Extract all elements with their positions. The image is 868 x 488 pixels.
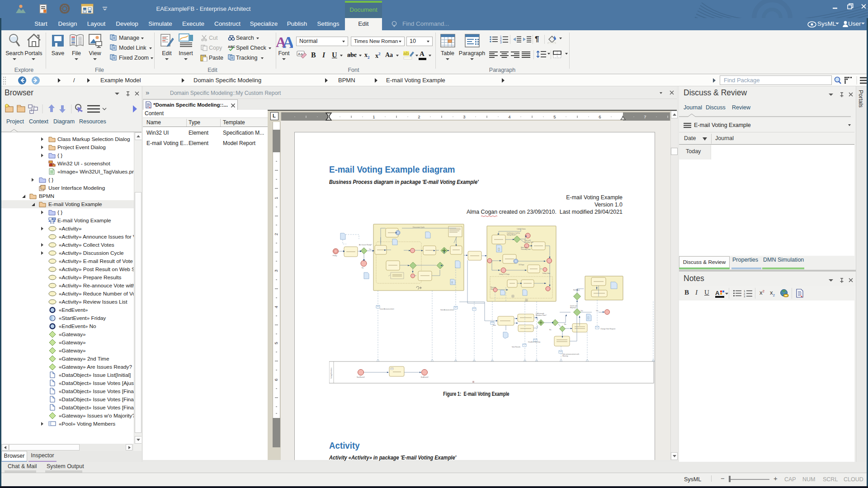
svg-text:Vote Announcement: Vote Announcement <box>440 309 454 311</box>
svg-text:3: 3 <box>500 41 502 43</box>
svg-text:No: No <box>362 267 363 269</box>
svg-text:Are Issues Ready?: Are Issues Ready? <box>359 244 372 246</box>
svg-text:Thursday 9am: Thursday 9am <box>521 249 531 250</box>
svg-text:Yes: Yes <box>369 249 372 250</box>
svg-text:4: 4 <box>274 306 278 308</box>
svg-text:Yes: Yes <box>580 310 583 312</box>
svg-text:Issue Announcement: Issue Announcement <box>380 308 394 310</box>
svg-text:StartEvent2: StartEvent2 <box>357 376 365 378</box>
svg-text:Members Vote?: Members Vote? <box>536 314 547 316</box>
svg-text:Friday: Friday <box>333 255 337 257</box>
svg-text:Voting Week?: Voting Week? <box>507 234 516 236</box>
svg-text:Collect Votes: Collect Votes <box>517 228 526 230</box>
svg-text:7: 7 <box>644 114 646 119</box>
svg-text:Half Time: Half Time <box>573 289 580 291</box>
svg-text:3: 3 <box>274 270 278 272</box>
svg-text:6: 6 <box>599 114 601 119</box>
svg-text:Majority?: Majority? <box>570 307 576 309</box>
svg-text:Delay 3.5 Days: Delay 3.5 Days <box>499 273 509 275</box>
svg-text:EndEvent2: EndEvent2 <box>421 376 429 378</box>
svg-text:Discussion Cycle: Discussion Cycle <box>413 226 425 228</box>
svg-text:A: A <box>715 290 720 296</box>
svg-text:No: No <box>564 324 566 325</box>
svg-text:Monday 9am: Monday 9am <box>524 241 533 243</box>
svg-text:Vote: Vote <box>491 288 494 290</box>
svg-text:No: No <box>549 329 551 331</box>
svg-text:14 Days: 14 Days <box>519 264 524 266</box>
svg-text:5: 5 <box>274 342 278 344</box>
svg-text:3: 3 <box>463 114 465 119</box>
svg-text:1: 1 <box>373 114 375 119</box>
svg-text:Change Vote Request: Change Vote Request <box>600 328 615 330</box>
svg-text:Deadline Warning: Deadline Warning <box>528 341 540 343</box>
svg-text:4: 4 <box>508 114 510 119</box>
svg-text:A: A <box>283 34 293 48</box>
svg-text:2: 2 <box>274 233 278 235</box>
svg-text:2: 2 <box>418 114 420 119</box>
svg-text:Delay 1day: Delay 1day <box>542 272 550 274</box>
svg-text:1: 1 <box>274 197 278 199</box>
svg-text:6: 6 <box>274 379 278 381</box>
svg-text:Warning: Warning <box>562 355 568 357</box>
svg-text:5: 5 <box>553 114 556 119</box>
svg-text:ABC: ABC <box>228 45 236 49</box>
svg-text:Vote: Vote <box>493 324 496 326</box>
svg-text:3: 3 <box>744 295 745 297</box>
svg-text:Vote Results: Vote Results <box>512 346 520 348</box>
svg-text:Voting Members: Voting Members <box>330 367 332 379</box>
